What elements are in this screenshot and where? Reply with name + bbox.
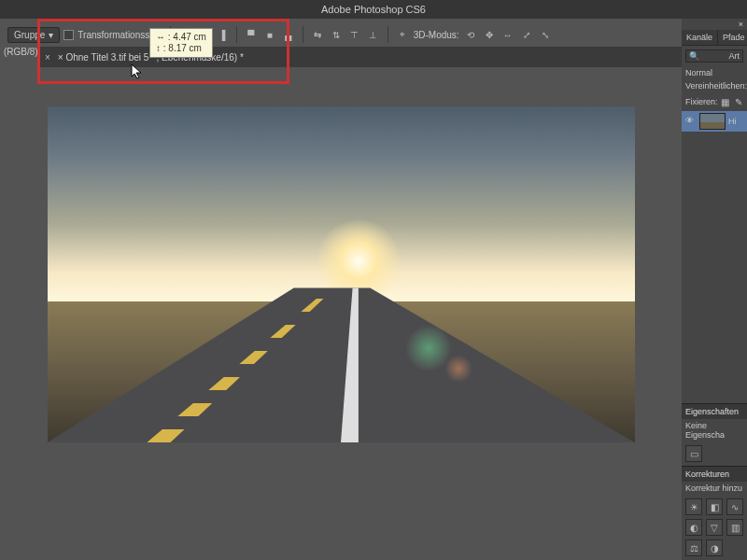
measurement-tooltip: ↔ : 4.47 cm ↕ : 8.17 cm <box>149 28 213 58</box>
blend-mode-row[interactable]: Normal <box>682 66 747 79</box>
curves-icon[interactable]: ∿ <box>726 498 743 515</box>
auto-select-icon[interactable]: ⌖ <box>395 27 410 42</box>
panel-close-row: × <box>682 19 747 30</box>
options-bar: Gruppe ▾ Transformationsstrg. ▌ ▐ ▐ ▀ ■ … <box>0 19 747 50</box>
lock-label: Fixieren: <box>685 97 718 106</box>
transform-checkbox[interactable] <box>63 30 74 40</box>
bw-icon[interactable]: ◑ <box>706 539 723 556</box>
separator <box>236 26 237 43</box>
3d-scale-icon[interactable]: ⤡ <box>538 27 553 42</box>
align-vcenter-icon[interactable]: ■ <box>262 27 277 42</box>
canvas-lens-flare-2 <box>444 355 472 383</box>
distribute-v-icon[interactable]: ⇅ <box>329 27 344 42</box>
3d-orbit-icon[interactable]: ⟲ <box>463 27 478 42</box>
cursor-icon <box>131 63 144 80</box>
mode3d-label: 3D-Modus: <box>414 30 459 40</box>
close-tab-icon[interactable]: × <box>45 52 50 63</box>
search-icon: 🔍 <box>689 51 699 61</box>
blend-mode-label: Normal <box>685 68 712 77</box>
chevron-down-icon: ▾ <box>49 30 53 40</box>
layer-thumbnail <box>699 113 726 130</box>
group-dropdown[interactable]: Gruppe ▾ <box>7 27 60 43</box>
adjustments-body: Korrektur hinzu <box>682 482 747 495</box>
image-canvas[interactable] <box>48 106 635 442</box>
align-bottom-icon[interactable]: ▄ <box>281 27 296 42</box>
filter-kind-label: Art <box>728 51 740 61</box>
close-icon[interactable]: × <box>739 20 743 29</box>
3d-move-icon[interactable]: ↔ <box>500 27 515 42</box>
colorbalance-icon[interactable]: ⚖ <box>685 539 702 556</box>
workspace <box>0 71 682 560</box>
unify-row: Vereinheitlichen: <box>682 79 747 92</box>
adjustments-panel-heading[interactable]: Korrekturen <box>682 466 747 482</box>
tooltip-width: ↔ : 4.47 cm <box>156 32 206 43</box>
properties-panel-heading[interactable]: Eigenschaften <box>682 403 747 419</box>
lock-row: Fixieren: ▦ ✎ <box>682 92 747 111</box>
tab-channels[interactable]: Kanäle <box>682 30 718 45</box>
group-label: Gruppe <box>14 30 45 40</box>
tooltip-height: ↕ : 8.17 cm <box>156 43 206 54</box>
lock-transparent-icon[interactable]: ▦ <box>721 94 731 109</box>
layer-name-label: Hi <box>728 117 737 126</box>
align-top-icon[interactable]: ▀ <box>244 27 259 42</box>
align-right-icon[interactable]: ▐ <box>215 27 230 42</box>
exposure-icon[interactable]: ◐ <box>685 519 702 536</box>
layer-row[interactable]: 👁 Hi <box>682 111 747 132</box>
brightness-icon[interactable]: ☀ <box>685 498 702 515</box>
separator <box>388 26 388 43</box>
3d-pan-icon[interactable]: ✥ <box>482 27 497 42</box>
right-panel-dock: × Kanäle Pfade 🔍 Art Normal Vereinheitli… <box>682 19 747 560</box>
lock-pixels-icon[interactable]: ✎ <box>733 94 743 109</box>
distribute-h-icon[interactable]: ⇆ <box>310 27 325 42</box>
mask-icon[interactable]: ▭ <box>685 445 702 462</box>
document-title-prefix: × Ohne Titel 3.tif bei 5 <box>58 52 149 63</box>
visibility-eye-icon[interactable]: 👁 <box>685 116 697 127</box>
app-title: Adobe Photoshop CS6 <box>321 4 426 15</box>
title-bar: Adobe Photoshop CS6 <box>0 0 747 19</box>
distribute-bottom-icon[interactable]: ⊥ <box>366 27 381 42</box>
distribute-top-icon[interactable]: ⊤ <box>347 27 362 42</box>
levels-icon[interactable]: ◧ <box>706 498 723 515</box>
properties-body: Keine Eigenscha <box>682 419 747 441</box>
separator <box>303 26 303 43</box>
layers-tabs: Kanäle Pfade <box>682 30 747 46</box>
color-mode-label: (RGB/8) <box>4 47 38 57</box>
filter-kind-dropdown[interactable]: 🔍 Art <box>685 49 743 63</box>
hue-icon[interactable]: ▥ <box>726 519 743 536</box>
3d-rotate-icon[interactable]: ⤢ <box>519 27 534 42</box>
document-tab[interactable]: × × Ohne Titel 3.tif bei 5 , Ebenenmaske… <box>45 52 244 63</box>
adjustments-icons: ☀ ◧ ∿ ◐ ▽ ▥ ⚖ ◑ <box>682 495 747 560</box>
vibrance-icon[interactable]: ▽ <box>706 519 723 536</box>
properties-icons: ▭ <box>682 441 747 466</box>
tab-paths[interactable]: Pfade <box>718 30 747 45</box>
